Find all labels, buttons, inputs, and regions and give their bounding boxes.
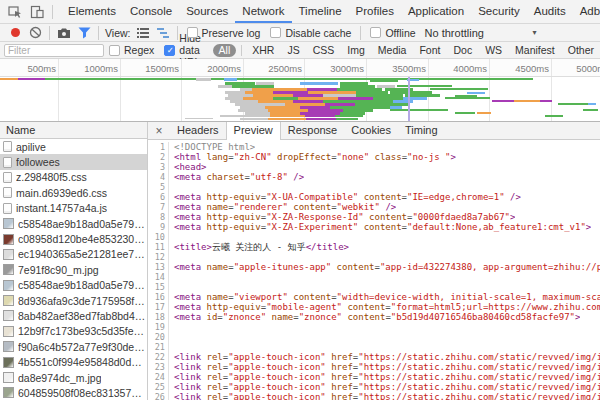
- detail-tab-preview[interactable]: Preview: [226, 122, 281, 140]
- name-column-header[interactable]: Name: [0, 122, 147, 139]
- line-number: 21: [148, 342, 169, 352]
- code-line: 12: [148, 252, 600, 262]
- request-row[interactable]: 8ab482aef38ed7fab8bd4314: [0, 308, 147, 323]
- filter-pill-img[interactable]: Img: [341, 44, 371, 57]
- main-tab-timeline[interactable]: Timeline: [292, 0, 349, 23]
- main-tab-sources[interactable]: Sources: [179, 0, 235, 23]
- detail-tab-cookies[interactable]: Cookies: [344, 122, 398, 139]
- regex-checkbox[interactable]: Regex: [109, 44, 154, 56]
- filter-pill-media[interactable]: Media: [372, 44, 413, 57]
- request-row[interactable]: followees: [0, 154, 147, 169]
- request-row[interactable]: 12b9f7c173be93c5d35fea2d: [0, 324, 147, 339]
- view-label: View:: [105, 27, 131, 39]
- checkbox-box[interactable]: [370, 27, 381, 38]
- filter-funnel-icon[interactable]: [74, 25, 94, 41]
- code-line: 23<link rel="apple-touch-icon" href="htt…: [148, 362, 600, 372]
- main-tab-console[interactable]: Console: [123, 0, 179, 23]
- filter-pill-xhr[interactable]: XHR: [246, 44, 280, 57]
- checkbox-box[interactable]: [109, 45, 120, 56]
- waterfall-bar: [455, 78, 477, 80]
- screenshot-camera-icon[interactable]: [54, 25, 74, 41]
- line-number: 17: [148, 302, 169, 312]
- gridline: [58, 77, 59, 121]
- waterfall-bar: [218, 85, 232, 88]
- request-name: instant.14757a4a.js: [16, 202, 107, 214]
- preview-code-viewer[interactable]: 1<!DOCTYPE html>2<html lang="zh-CN" drop…: [148, 140, 600, 400]
- view-list-icon[interactable]: [133, 25, 153, 41]
- timeline-ruler[interactable]: 500ms1000ms1500ms2000ms2500ms3000ms3500m…: [0, 59, 600, 77]
- close-icon[interactable]: ×: [148, 122, 170, 139]
- throttling-value: No throttling: [425, 27, 484, 39]
- request-row[interactable]: c08958d120be4e853230649: [0, 231, 147, 246]
- request-name: 7e91f8c90_m.jpg: [18, 264, 99, 276]
- disable-cache-checkbox[interactable]: Disable cache: [270, 27, 351, 39]
- request-row[interactable]: instant.14757a4a.js: [0, 201, 147, 216]
- request-row[interactable]: 8d936afa9c3de7175958fae5: [0, 293, 147, 308]
- image-file-icon: [3, 387, 14, 398]
- checkbox-box[interactable]: [270, 27, 281, 38]
- image-file-icon: [3, 310, 14, 321]
- document-file-icon: [3, 203, 12, 214]
- offline-checkbox[interactable]: Offline: [370, 27, 415, 39]
- detail-tab-headers[interactable]: Headers: [170, 122, 226, 139]
- main-tab-elements[interactable]: Elements: [61, 0, 123, 23]
- request-row[interactable]: c58548ae9b18ad0a5e79fe4e: [0, 278, 147, 293]
- main-tab-profiles[interactable]: Profiles: [349, 0, 401, 23]
- device-toolbar-icon[interactable]: [26, 2, 48, 22]
- request-row[interactable]: ec1940365a5e21281ee71856: [0, 247, 147, 262]
- waterfall-overview[interactable]: [0, 77, 600, 121]
- request-row[interactable]: main.d6939ed6.css: [0, 185, 147, 200]
- code-line: 6<meta http-equiv="X-UA-Compatible" cont…: [148, 192, 600, 202]
- record-icon[interactable]: [5, 25, 25, 41]
- main-tab-adblock-plus[interactable]: Adblock Plus: [573, 0, 600, 23]
- main-tab-security[interactable]: Security: [471, 0, 527, 23]
- throttling-select[interactable]: No throttling ▾: [425, 27, 537, 39]
- request-row[interactable]: f90a6c4b572a77e9f30de153: [0, 339, 147, 354]
- detail-tab-timing[interactable]: Timing: [398, 122, 445, 139]
- request-row[interactable]: 7e91f8c90_m.jpg: [0, 262, 147, 277]
- line-number: 22: [148, 352, 169, 362]
- main-tab-network[interactable]: Network: [235, 0, 291, 23]
- request-row[interactable]: da8e974dc_m.jpg: [0, 370, 147, 385]
- detail-tab-response[interactable]: Response: [281, 122, 345, 139]
- line-content: <meta http-equiv="X-UA-Compatible" conte…: [169, 192, 521, 202]
- line-content: [169, 342, 174, 352]
- request-name: 12b9f7c173be93c5d35fea2d: [18, 325, 147, 337]
- line-content: [169, 322, 174, 332]
- gridline: [58, 59, 59, 76]
- line-content: <meta charset="utf-8" />: [169, 172, 304, 182]
- request-row[interactable]: z.298480f5.css: [0, 170, 147, 185]
- line-number: 11: [148, 242, 169, 252]
- filter-pill-font[interactable]: Font: [413, 44, 446, 57]
- filter-pill-js[interactable]: JS: [281, 44, 305, 57]
- request-name: 604859508f08ec8313572f0e7: [18, 387, 147, 399]
- waterfall-bar: [492, 100, 514, 102]
- clear-icon[interactable]: [25, 25, 45, 41]
- request-row[interactable]: 604859508f08ec8313572f0e7: [0, 385, 147, 400]
- line-content: [169, 282, 174, 292]
- filter-pill-ws[interactable]: WS: [479, 44, 508, 57]
- request-row[interactable]: 4b551c0f994e95848d0dda09: [0, 354, 147, 369]
- filter-input[interactable]: [4, 44, 104, 57]
- line-number: 14: [148, 272, 169, 282]
- line-number: 3: [148, 162, 169, 172]
- filter-pill-all[interactable]: All: [213, 44, 237, 57]
- request-row[interactable]: c58548ae9b18ad0a5e79fe4e: [0, 216, 147, 231]
- main-tab-audits[interactable]: Audits: [527, 0, 573, 23]
- checkbox-box[interactable]: [187, 27, 198, 38]
- request-row[interactable]: apilive: [0, 139, 147, 154]
- checkbox-label: Offline: [385, 27, 415, 39]
- filter-pill-other[interactable]: Other: [562, 44, 600, 57]
- request-name: z.298480f5.css: [16, 171, 87, 183]
- filter-pill-doc[interactable]: Doc: [447, 44, 478, 57]
- main-tab-application[interactable]: Application: [401, 0, 471, 23]
- inspect-element-icon[interactable]: [4, 2, 26, 22]
- tick-label: 1000ms: [84, 63, 118, 74]
- request-name: ec1940365a5e21281ee71856: [18, 248, 147, 260]
- devtools-main-toolbar: ElementsConsoleSourcesNetworkTimelinePro…: [0, 0, 600, 24]
- filter-pill-css[interactable]: CSS: [307, 44, 341, 57]
- checkbox-box[interactable]: [164, 45, 175, 56]
- filter-pill-manifest[interactable]: Manifest: [509, 44, 561, 57]
- waterfall-bar: [370, 80, 398, 82]
- line-content: [169, 232, 174, 242]
